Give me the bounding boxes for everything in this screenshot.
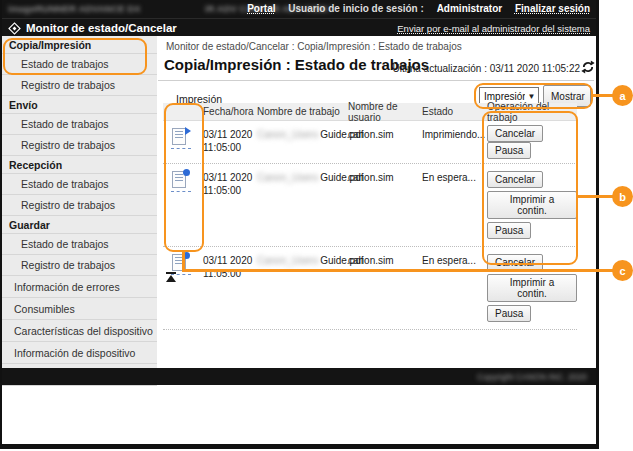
last-update-label: Última actualización : 03/11 2020 11:05:… <box>392 63 580 74</box>
job-status: En espera... <box>422 247 484 267</box>
sidebar-item-store-job-log[interactable]: Registro de trabajos <box>2 255 157 276</box>
cancel-job-button[interactable]: Cancelar <box>487 125 543 142</box>
back-to-top-icon[interactable] <box>165 272 177 282</box>
pause-job-button[interactable]: Pausa <box>487 222 531 239</box>
job-datetime: 03/11 2020 11:05:00 <box>203 121 257 154</box>
col-date: Fecha/hora <box>203 106 257 117</box>
sidebar-item-receive-job-log[interactable]: Registro de trabajos <box>2 195 157 216</box>
page-frame-bottom <box>0 444 599 449</box>
status-monitor-icon <box>8 22 21 35</box>
copyright-redacted: Copyright CANON INC. 2020 <box>477 372 587 382</box>
resume-print-button[interactable]: Imprimir a contin. <box>487 274 577 302</box>
sidebar-nav: Copia/Impresión Estado de trabajos Regis… <box>2 36 157 368</box>
sidebar-item-send-job-status[interactable]: Estado de trabajos <box>2 114 157 135</box>
mail-admin-link[interactable]: Enviar por e-mail al administrador del s… <box>397 23 590 34</box>
job-name-cell: Canon_UsersGuide.pdf <box>257 121 348 141</box>
job-operations: CancelarPausa <box>484 121 577 163</box>
table-row: 03/11 2020 11:05:00 Canon_UsersGuide.pdf… <box>163 247 577 330</box>
sidebar-item-consumables[interactable]: Consumibles <box>2 298 157 320</box>
sidebar-header-copy-print: Copia/Impresión <box>2 36 157 54</box>
sidebar-item-copy-print-job-log[interactable]: Registro de trabajos <box>2 75 157 96</box>
job-date: 03/11 2020 <box>203 128 257 141</box>
sidebar-item-error-information[interactable]: Información de errores <box>2 276 157 298</box>
callout-b-badge: b <box>612 186 633 207</box>
col-job-name: Nombre de trabajo <box>257 106 348 117</box>
job-name-redacted: Canon_Users <box>257 172 318 183</box>
sidebar-header-receive: Recepción <box>2 156 157 174</box>
sidebar-label: Información de errores <box>14 281 120 293</box>
sidebar-header-store: Guardar <box>2 216 157 234</box>
sidebar-label: Registro de trabajos <box>21 79 115 91</box>
breadcrumb: Monitor de estado/Cancelar : Copia/Impre… <box>166 41 462 52</box>
job-user: canon.sim <box>348 121 422 141</box>
footer-bar: Copyright CANON INC. 2020 <box>0 368 597 385</box>
device-series-redacted: imageRUNNER ADVANCE DX <box>8 3 141 14</box>
waiting-document-icon <box>171 170 191 192</box>
job-time: 11:05:00 <box>203 184 257 197</box>
sidebar-label: Registro de trabajos <box>21 199 115 211</box>
sidebar-header-send: Envío <box>2 96 157 114</box>
header-links: Portal Usuario de inicio de sesión : Adm… <box>237 3 590 14</box>
printing-document-icon <box>171 127 191 149</box>
app-title: Monitor de estado/Cancelar <box>26 22 177 34</box>
sidebar-item-send-job-log[interactable]: Registro de trabajos <box>2 135 157 156</box>
sidebar-label: Características del dispositivo <box>14 325 153 337</box>
job-datetime: 03/11 2020 11:05:00 <box>203 247 257 280</box>
refresh-icon[interactable] <box>581 60 595 74</box>
title-divider <box>158 80 594 81</box>
table-header-row: Fecha/hora Nombre de trabajo Nombre de u… <box>163 103 577 121</box>
job-datetime: 03/11 2020 11:05:00 <box>203 164 257 197</box>
page-frame-right <box>596 0 599 449</box>
job-name-cell: Canon_UsersGuide.pdf <box>257 247 348 267</box>
job-name-cell: Canon_UsersGuide.pdf <box>257 164 348 184</box>
cancel-job-button[interactable]: Cancelar <box>487 171 543 188</box>
job-time: 11:05:00 <box>203 141 257 154</box>
top-header: imageRUNNER ADVANCE DX iR ADV C356 / iR … <box>0 0 597 36</box>
sidebar-label: Envío <box>9 99 38 111</box>
job-time: 11:05:00 <box>203 267 257 280</box>
job-status: Imprimiendo... <box>422 121 484 141</box>
pause-job-button[interactable]: Pausa <box>487 142 531 159</box>
sidebar-label: Estado de trabajos <box>21 58 109 70</box>
sidebar-label: Recepción <box>9 159 62 171</box>
sidebar-label: Información de dispositivo <box>14 347 135 359</box>
portal-link[interactable]: Portal <box>247 3 275 14</box>
logout-link[interactable]: Finalizar sesión <box>515 3 590 14</box>
login-user-name: Administrator <box>437 3 503 14</box>
table-row: 03/11 2020 11:05:00 Canon_UsersGuide.pdf… <box>163 121 577 164</box>
callout-a-badge: a <box>612 85 633 106</box>
job-name-redacted: Canon_Users <box>257 129 318 140</box>
table-row: 03/11 2020 11:05:00 Canon_UsersGuide.pdf… <box>163 164 577 247</box>
sidebar-item-device-features[interactable]: Características del dispositivo <box>2 320 157 342</box>
header-row-device: imageRUNNER ADVANCE DX iR ADV C356 / iR … <box>0 0 597 18</box>
job-operations: Cancelar Imprimir a contin. Pausa <box>484 247 577 329</box>
sidebar-item-copy-print-job-status[interactable]: Estado de trabajos <box>2 54 157 75</box>
job-name-redacted: Canon_Users <box>257 255 318 266</box>
resume-print-button[interactable]: Imprimir a contin. <box>487 191 577 219</box>
header-row-app: Monitor de estado/Cancelar Enviar por e-… <box>0 18 597 36</box>
sidebar-label: Consumibles <box>14 303 75 315</box>
sidebar-label: Estado de trabajos <box>21 178 109 190</box>
sidebar-label: Registro de trabajos <box>21 139 115 151</box>
sidebar-label: Registro de trabajos <box>21 259 115 271</box>
sidebar-label: Guardar <box>9 219 50 231</box>
sidebar-item-receive-job-status[interactable]: Estado de trabajos <box>2 174 157 195</box>
job-date: 03/11 2020 <box>203 171 257 184</box>
pause-job-button[interactable]: Pausa <box>487 305 531 322</box>
page-frame-left <box>0 0 2 449</box>
cancel-job-button[interactable]: Cancelar <box>487 254 543 271</box>
job-icon-cell <box>163 164 203 194</box>
page-title: Copia/Impresión : Estado de trabajos <box>164 56 429 73</box>
job-operations: Cancelar Imprimir a contin. Pausa <box>484 164 577 246</box>
col-job-operation: Operación del trabajo <box>484 101 577 123</box>
login-user-label: Usuario de inicio de sesión : <box>288 3 424 14</box>
job-user: canon.sim <box>348 164 422 184</box>
sidebar-item-device-information[interactable]: Información de dispositivo <box>2 342 157 364</box>
sidebar-label: Copia/Impresión <box>9 39 91 51</box>
job-user: canon.sim <box>348 247 422 267</box>
remote-ui-screenshot: imageRUNNER ADVANCE DX iR ADV C356 / iR … <box>0 0 633 451</box>
sidebar-label: Estado de trabajos <box>21 238 109 250</box>
sidebar-item-store-job-status[interactable]: Estado de trabajos <box>2 234 157 255</box>
print-job-table: Fecha/hora Nombre de trabajo Nombre de u… <box>163 103 577 330</box>
col-user-name: Nombre de usuario <box>348 101 422 123</box>
